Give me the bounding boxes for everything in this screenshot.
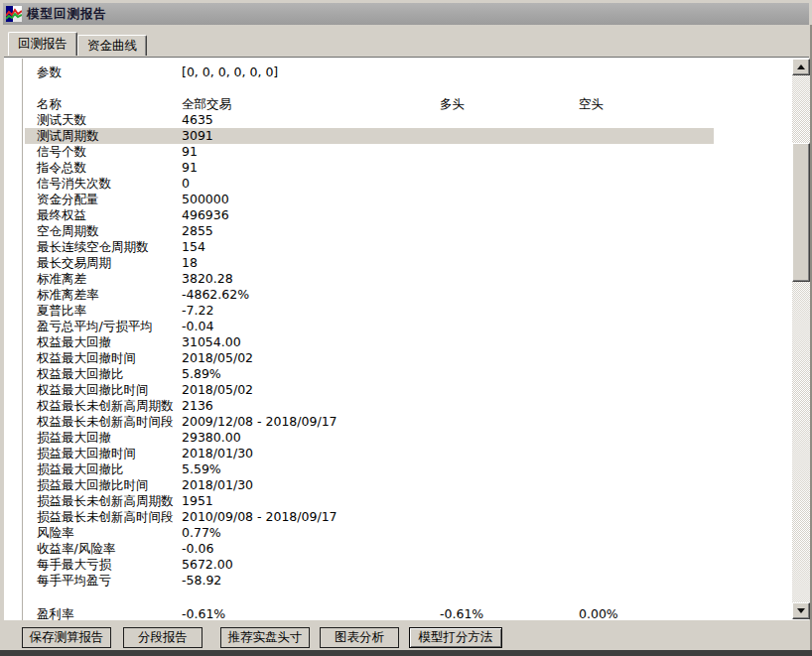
report-row[interactable]: 信号消失次数0 (25, 176, 714, 192)
report-cell-value: 0 (182, 176, 440, 192)
report-cell-long: 多头 (440, 96, 579, 112)
report-cell-value: 18 (182, 255, 440, 271)
report-cell-long (440, 319, 579, 334)
report-row[interactable]: 损益最大回撤比时间2018/01/30 (25, 477, 714, 493)
chart-analysis-button[interactable]: 图表分析 (320, 627, 399, 648)
report-row[interactable]: 权益最大回撤比时间2018/05/02 (25, 382, 714, 398)
report-cell-label: 损益最大回撤 (25, 430, 182, 446)
segment-report-button[interactable]: 分段报告 (123, 627, 203, 648)
report-cell-short (579, 461, 714, 477)
tab-backtest-report[interactable]: 回测报告 (8, 32, 77, 56)
report-row[interactable]: 参数[0, 0, 0, 0, 0, 0] (25, 65, 714, 80)
report-row[interactable]: 权益最大回撤时间2018/05/02 (25, 350, 714, 366)
report-cell-long (440, 525, 579, 541)
report-row[interactable]: 损益最大回撤比5.59% (25, 461, 714, 477)
report-row[interactable]: 空仓周期数2855 (25, 223, 714, 239)
report-row[interactable]: 指令总数91 (25, 160, 714, 176)
report-cell-value: [0, 0, 0, 0, 0, 0] (182, 65, 440, 80)
report-cell-value: -0.06 (182, 541, 440, 557)
report-cell-long (440, 350, 579, 366)
chart-lines-icon (6, 6, 22, 22)
report-cell-label: 参数 (25, 65, 182, 80)
model-scoring-button[interactable]: 模型打分方法 (409, 627, 502, 648)
report-cell-long (440, 557, 579, 573)
report-cell-short (579, 557, 714, 573)
report-cell-long (440, 176, 579, 192)
report-row[interactable]: 损益最大回撤时间2018/01/30 (25, 446, 714, 461)
report-cell-short (579, 334, 714, 350)
report-cell-short (579, 303, 714, 319)
report-cell-value: 29380.00 (182, 430, 440, 446)
report-cell-short (579, 541, 714, 557)
report-cell-label: 标准离差 (25, 271, 182, 287)
scroll-up-button[interactable] (792, 59, 810, 75)
report-row[interactable]: 权益最长未创新高周期数2136 (25, 398, 714, 414)
scroll-down-button[interactable] (792, 602, 810, 619)
scrollbar-thumb[interactable] (792, 143, 810, 282)
report-row-spacer (25, 80, 714, 96)
save-report-button[interactable]: 保存测算报告 (22, 627, 111, 648)
report-cell-short (579, 65, 714, 80)
report-cell-value: -7.22 (182, 303, 440, 319)
report-row[interactable]: 损益最长未创新高时间段2010/09/08 - 2018/09/17 (25, 509, 714, 525)
report-cell-long (440, 287, 579, 303)
report-cell-value: 3091 (182, 128, 440, 144)
report-row[interactable]: 每手平均盈亏-58.92 (25, 573, 714, 589)
report-cell-short (579, 525, 714, 541)
report-cell-short (579, 223, 714, 239)
report-row[interactable]: 测试天数4635 (25, 112, 714, 128)
report-cell-long (440, 160, 579, 176)
report-row[interactable]: 风险率0.77% (25, 525, 714, 541)
report-cell-short (579, 493, 714, 509)
report-cell-label: 每手平均盈亏 (25, 573, 182, 589)
report-row[interactable]: 收益率/风险率-0.06 (25, 541, 714, 557)
report-cell-label: 权益最长未创新高时间段 (25, 414, 182, 430)
report-cell-long (440, 382, 579, 398)
report-row[interactable]: 信号个数91 (25, 144, 714, 160)
report-page: 参数[0, 0, 0, 0, 0, 0]名称全部交易多头空头测试天数4635测试… (4, 57, 809, 620)
save-report-button-label: 保存测算报告 (30, 629, 104, 646)
report-row[interactable]: 权益最大回撤31054.00 (25, 334, 714, 350)
report-cell-short (579, 112, 714, 128)
report-row[interactable]: 夏普比率-7.22 (25, 303, 714, 319)
report-cell-label: 测试周期数 (25, 128, 182, 144)
report-cell-label: 损益最大回撤比时间 (25, 477, 182, 493)
report-row[interactable]: 损益最大回撤29380.00 (25, 430, 714, 446)
report-row[interactable]: 权益最大回撤比5.89% (25, 366, 714, 382)
report-cell-long: -0.61% (440, 606, 579, 622)
report-row-spacer (25, 589, 714, 606)
report-row[interactable]: 最长交易周期18 (25, 255, 714, 271)
report-cell-long (440, 541, 579, 557)
vertical-scrollbar[interactable] (792, 59, 810, 619)
report-cell-label: 每手最大亏损 (25, 557, 182, 573)
report-cell-value: -0.61% (182, 606, 440, 622)
report-cell-value: 2018/05/02 (182, 382, 440, 398)
report-cell-label: 损益最长未创新高时间段 (25, 509, 182, 525)
report-cell-short (579, 414, 714, 430)
report-row[interactable]: 最长连续空仓周期数154 (25, 239, 714, 255)
report-row[interactable]: 盈利率-0.61%-0.61%0.00% (25, 606, 714, 622)
report-row[interactable]: 盈亏总平均/亏损平均-0.04 (25, 319, 714, 334)
model-scoring-button-label: 模型打分方法 (419, 629, 493, 646)
report-row[interactable]: 测试周期数3091 (25, 128, 714, 144)
report-row[interactable]: 最终权益496936 (25, 207, 714, 223)
report-cell-label: 盈利率 (25, 606, 182, 622)
tab-equity-curve[interactable]: 资金曲线 (77, 35, 147, 56)
titlebar[interactable]: 模型回测报告 (3, 3, 809, 25)
report-row[interactable]: 资金分配量500000 (25, 192, 714, 207)
recommend-position-button[interactable]: 推荐实盘头寸 (220, 627, 310, 648)
report-cell-short (579, 192, 714, 207)
report-cell-value: 4635 (182, 112, 440, 128)
report-list: 参数[0, 0, 0, 0, 0, 0]名称全部交易多头空头测试天数4635测试… (25, 59, 714, 622)
report-cell-long (440, 573, 579, 589)
segment-report-button-label: 分段报告 (138, 629, 188, 646)
report-row[interactable]: 每手最大亏损5672.00 (25, 557, 714, 573)
report-cell-value: 2018/05/02 (182, 350, 440, 366)
report-row[interactable]: 标准离差3820.28 (25, 271, 714, 287)
report-row[interactable]: 名称全部交易多头空头 (25, 96, 714, 112)
report-cell-short (579, 287, 714, 303)
report-row[interactable]: 损益最长未创新高周期数1951 (25, 493, 714, 509)
report-row[interactable]: 标准离差率-4862.62% (25, 287, 714, 303)
report-row[interactable]: 权益最长未创新高时间段2009/12/08 - 2018/09/17 (25, 414, 714, 430)
report-cell-label: 损益最长未创新高周期数 (25, 493, 182, 509)
